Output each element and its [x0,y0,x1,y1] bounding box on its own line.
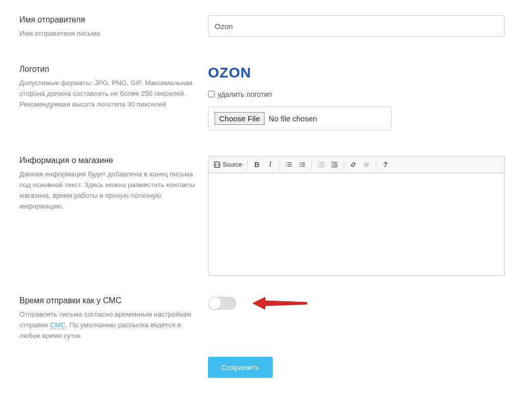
svg-rect-10 [301,163,305,163]
numbered-list-icon: 123 [285,161,293,168]
rich-text-editor: Source B I 123 [208,156,505,276]
editor-textarea[interactable] [208,173,504,275]
logo-help: Допустимые форматы: JPG, PNG, GIF. Макси… [19,78,198,110]
toolbar-separator [247,159,248,170]
file-status-text: No file chosen [269,114,317,123]
sender-name-help: Имя отправителя письма [19,29,198,39]
sms-link[interactable]: СМС [50,321,66,329]
toolbar-separator [311,159,312,170]
source-icon [214,161,221,168]
indent-button[interactable] [328,159,340,171]
unlink-icon [363,161,370,168]
svg-rect-1 [287,163,292,163]
save-button[interactable]: Сохранить [208,357,273,378]
bullet-list-button[interactable] [296,159,308,171]
svg-rect-13 [318,162,324,163]
logo-title: Логотип [19,65,198,74]
arrow-annotation [252,296,308,310]
source-label: Source [223,161,242,168]
delete-logo-row[interactable]: удалить логотип [208,90,505,98]
toolbar-separator [344,159,344,170]
svg-rect-15 [320,165,324,166]
arrow-left-icon [252,296,308,310]
svg-point-8 [300,164,301,165]
help-button[interactable]: ? [379,159,391,171]
sender-name-title: Имя отправителя [19,15,198,24]
delete-logo-checkbox[interactable] [208,91,215,97]
send-time-help: Отправлять письма согласно временным нас… [19,309,198,342]
svg-rect-19 [333,165,337,166]
toggle-knob [208,297,221,309]
svg-rect-18 [333,164,337,164]
store-info-title: Информация о магазине [19,156,198,165]
svg-rect-2 [287,164,292,165]
file-input-wrap[interactable]: Choose File No file chosen [208,107,391,130]
svg-rect-20 [331,167,337,167]
toolbar-separator [279,159,280,170]
svg-point-9 [300,166,301,167]
store-info-help: Данная информация будет добавлена в коне… [19,169,198,212]
logo-preview: OZON [208,65,505,81]
svg-rect-12 [301,166,305,167]
send-time-toggle[interactable] [208,297,237,310]
bullet-list-icon [299,161,306,168]
sender-name-input[interactable] [208,15,505,37]
unlink-button[interactable] [360,159,373,171]
source-button[interactable]: Source [212,159,244,171]
svg-rect-16 [318,167,324,167]
toolbar-separator [376,159,376,170]
editor-toolbar: Source B I 123 [208,156,504,173]
svg-rect-11 [301,164,305,165]
italic-button[interactable]: I [264,159,276,171]
choose-file-button[interactable]: Choose File [215,112,265,125]
delete-logo-label: удалить логотип [218,90,272,98]
send-time-title: Время отправки как у СМС [19,296,198,305]
outdent-button[interactable] [315,159,327,171]
numbered-list-button[interactable]: 123 [283,159,295,171]
indent-icon [331,161,338,168]
svg-point-7 [300,162,301,163]
logo-brand-text: OZON [208,65,251,81]
bold-button[interactable]: B [251,159,263,171]
svg-rect-3 [287,166,292,167]
svg-text:3: 3 [286,165,287,167]
svg-rect-14 [320,164,324,164]
link-button[interactable] [347,159,359,171]
link-icon [350,161,357,168]
outdent-icon [318,161,325,168]
svg-rect-17 [331,162,337,163]
